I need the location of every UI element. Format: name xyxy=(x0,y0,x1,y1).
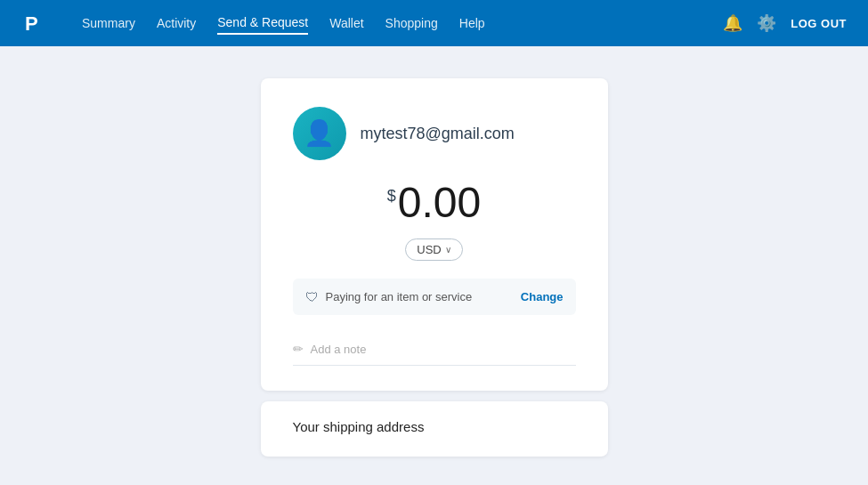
nav-help[interactable]: Help xyxy=(459,12,485,34)
paypal-logo: P xyxy=(21,9,50,37)
currency-button[interactable]: USD ∨ xyxy=(405,238,462,261)
logout-button[interactable]: LOG OUT xyxy=(791,17,847,30)
currency-symbol: $ xyxy=(387,187,396,206)
settings-icon[interactable]: ⚙️ xyxy=(757,13,776,33)
payment-type-label: Paying for an item or service xyxy=(326,290,473,303)
send-card: 👤 mytest78@gmail.com $ 0.00 USD ∨ 🛡 Payi… xyxy=(261,78,608,391)
nav-links: Summary Activity Send & Request Wallet S… xyxy=(82,12,698,35)
svg-text:P: P xyxy=(25,12,38,35)
amount-row: $ 0.00 xyxy=(293,182,576,224)
nav-summary[interactable]: Summary xyxy=(82,12,135,34)
note-row[interactable]: ✏ Add a note xyxy=(293,333,576,366)
nav-right: 🔔 ⚙️ LOG OUT xyxy=(723,13,847,33)
chevron-down-icon: ∨ xyxy=(445,245,451,255)
shipping-card: Your shipping address xyxy=(261,401,608,457)
page-background: 👤 mytest78@gmail.com $ 0.00 USD ∨ 🛡 Payi… xyxy=(0,46,868,485)
payment-type-row: 🛡 Paying for an item or service Change xyxy=(293,279,576,315)
nav-activity[interactable]: Activity xyxy=(157,12,196,34)
nav-send-request[interactable]: Send & Request xyxy=(217,12,308,35)
recipient-email: mytest78@gmail.com xyxy=(361,125,515,143)
pencil-icon: ✏ xyxy=(293,342,304,356)
shield-icon: 🛡 xyxy=(305,289,319,304)
amount-value: 0.00 xyxy=(398,182,481,224)
bell-icon[interactable]: 🔔 xyxy=(723,13,742,33)
nav-wallet[interactable]: Wallet xyxy=(329,12,363,34)
nav-shopping[interactable]: Shopping xyxy=(385,12,438,34)
payment-type-left: 🛡 Paying for an item or service xyxy=(305,289,473,304)
change-button[interactable]: Change xyxy=(521,290,564,303)
currency-label: USD xyxy=(417,243,441,256)
recipient-row: 👤 mytest78@gmail.com xyxy=(293,107,576,160)
note-placeholder: Add a note xyxy=(311,343,367,356)
shipping-title: Your shipping address xyxy=(293,419,425,434)
avatar: 👤 xyxy=(293,107,346,160)
user-icon: 👤 xyxy=(304,121,335,146)
navbar: P Summary Activity Send & Request Wallet… xyxy=(0,0,868,46)
currency-selector: USD ∨ xyxy=(293,238,576,261)
